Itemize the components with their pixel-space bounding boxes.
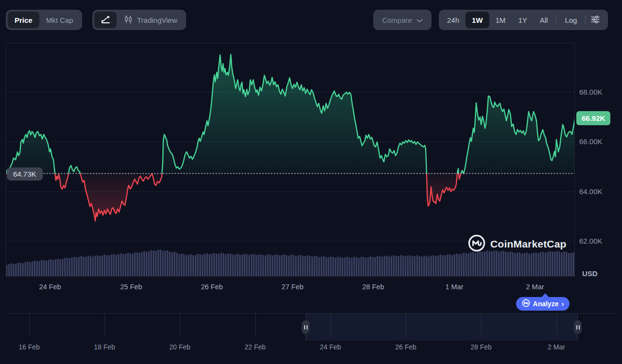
scrubber-right-handle[interactable] (574, 320, 582, 334)
scrubber-gridline (255, 314, 256, 335)
x-axis-date-label: 28 Feb (362, 283, 384, 291)
divider (556, 15, 556, 25)
coinmarketcap-logo-icon (522, 299, 530, 309)
compare-label: Compare (382, 16, 412, 24)
candlestick-icon (123, 15, 133, 26)
analyze-button-label: Analyze (533, 300, 559, 308)
scrubber-date-label: 22 Feb (244, 343, 266, 351)
time-range-selector: 24h 1W 1M 1Y All Log (439, 10, 608, 30)
chart-type-toggle: TradingView (92, 10, 186, 30)
y-axis-tick-label: 64.00K (579, 187, 603, 196)
y-axis-tick-label: 66.00K (579, 137, 603, 146)
scrubber-gridline (29, 314, 30, 335)
x-axis-date-label: 1 Mar (445, 283, 463, 291)
x-axis-date-label: 2 Mar (526, 283, 544, 291)
tradingview-button[interactable]: TradingView (117, 12, 184, 28)
y-axis-tick-label: 68.00K (579, 88, 603, 96)
divider (585, 15, 586, 25)
scrubber-gridline (180, 314, 180, 335)
coinmarketcap-watermark-text: CoinMarketCap (490, 238, 567, 250)
coinmarketcap-chart-page: Price Mkt Cap (0, 0, 622, 364)
price-tab-label: Price (8, 16, 39, 24)
scrubber-left-handle[interactable] (302, 320, 310, 334)
scrubber-date-label: 2 Mar (548, 343, 565, 351)
x-axis-date-label: 26 Feb (201, 283, 223, 291)
scrubber-date-label: 18 Feb (94, 343, 115, 351)
mktcap-tab-label: Mkt Cap (39, 16, 80, 24)
baseline-price-badge: 64.73K (7, 167, 43, 181)
scrubber-gridline (104, 314, 105, 335)
chart-settings-button[interactable] (587, 15, 603, 25)
log-scale-button[interactable]: Log (558, 12, 583, 28)
range-all-button[interactable]: All (534, 12, 554, 28)
range-1m-button[interactable]: 1M (489, 12, 512, 28)
chart-toolbar: Price Mkt Cap (0, 0, 622, 40)
analyze-button[interactable]: Analyze › (516, 297, 570, 311)
scrubber-date-label: 20 Feb (169, 343, 190, 351)
scrubber-date-label: 26 Feb (395, 343, 416, 351)
price-mktcap-toggle: Price Mkt Cap (6, 10, 82, 30)
y-axis-unit-label: USD (582, 269, 598, 278)
scrubber-date-label: 16 Feb (18, 343, 40, 351)
compare-button[interactable]: Compare (373, 10, 432, 30)
line-chart-icon (100, 14, 111, 26)
chevron-right-icon: › (561, 299, 564, 308)
x-axis-date-label: 25 Feb (120, 283, 142, 291)
mktcap-tab[interactable]: Mkt Cap (39, 12, 80, 28)
coinmarketcap-watermark: CoinMarketCap (468, 234, 567, 254)
line-chart-type-button[interactable] (94, 12, 117, 28)
range-1w-button[interactable]: 1W (466, 12, 489, 28)
scrubber-selection-window[interactable] (306, 314, 578, 341)
tune-sliders-icon (590, 15, 600, 25)
range-1y-button[interactable]: 1Y (512, 12, 533, 28)
scrubber-date-label: 24 Feb (320, 343, 341, 351)
price-tab[interactable]: Price (8, 12, 39, 28)
scrubber-date-label: 28 Feb (470, 343, 492, 351)
x-axis-date-label: 24 Feb (39, 283, 61, 291)
coinmarketcap-logo-icon (468, 234, 485, 254)
chevron-down-icon (416, 16, 423, 24)
date-range-scrubber: 16 Feb18 Feb20 Feb22 Feb24 Feb26 Feb28 F… (0, 313, 622, 362)
y-axis-tick-label: 62.00K (579, 237, 603, 245)
range-24h-button[interactable]: 24h (441, 12, 466, 28)
current-price-badge: 66.92K (576, 111, 610, 125)
x-axis-date-label: 27 Feb (281, 283, 303, 291)
tradingview-label: TradingView (137, 16, 177, 24)
